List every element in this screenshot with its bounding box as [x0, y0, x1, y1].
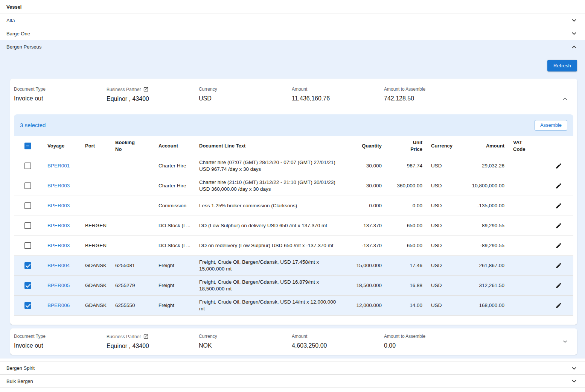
accordion-alta[interactable]: Alta: [0, 14, 585, 27]
edit-icon: [555, 222, 562, 229]
unit-price-cell: 16.88: [385, 282, 425, 289]
voyage-link[interactable]: BPER003: [47, 203, 70, 208]
col-header-document-line-text: Document Line Text: [193, 143, 343, 149]
accordion-bergen-spirit[interactable]: Bergen Spirit: [0, 362, 585, 375]
panel-toolbar: Refresh: [0, 53, 585, 71]
edit-icon: [555, 163, 562, 169]
currency-cell: USD: [425, 163, 463, 169]
business-partner-value: Equinor , 43400: [107, 343, 199, 349]
chevron-down-icon: [570, 377, 578, 385]
chevron-down-icon: [570, 16, 578, 24]
invoice-card-usd: Document Type Invoice out Business Partn…: [10, 79, 577, 325]
voyage-link[interactable]: BPER003: [47, 243, 70, 248]
open-in-new-icon[interactable]: [143, 87, 149, 92]
col-header-port: Port: [79, 143, 110, 149]
quantity-cell: -137.370: [343, 242, 385, 249]
voyage-link[interactable]: BPER003: [47, 183, 70, 188]
quantity-cell: 18,500.000: [343, 282, 385, 289]
account-cell: Freight: [153, 302, 193, 309]
account-cell: DO Stock (L...: [153, 222, 193, 229]
row-checkbox[interactable]: [24, 282, 31, 289]
accordion-barge-one[interactable]: Barge One: [0, 27, 585, 40]
table-row: BPER003 Commission Less 1.25% broker com…: [14, 196, 573, 216]
edit-button[interactable]: [552, 219, 565, 232]
unit-price-cell: 967.74: [385, 163, 425, 169]
accordion-alta-label: Alta: [6, 18, 15, 23]
row-checkbox[interactable]: [24, 182, 31, 189]
table-row: BPER003 BERGEN DO Stock (L... DO on rede…: [14, 236, 573, 256]
edit-icon: [555, 282, 562, 289]
col-header-account: Account: [153, 143, 193, 149]
booking-no-cell: 6255081: [110, 262, 153, 269]
edit-button[interactable]: [552, 279, 565, 292]
row-checkbox[interactable]: [24, 163, 31, 169]
currency-cell: USD: [425, 262, 463, 269]
page-title-bar: Vessel: [0, 0, 585, 14]
currency-cell: USD: [425, 182, 463, 189]
edit-button[interactable]: [552, 259, 565, 272]
table-row: BPER004 GDANSK 6255081 Freight Freight, …: [14, 256, 573, 276]
account-cell: Charter Hire: [153, 163, 193, 169]
field-amount-to-assemble: Amount to Assemble 742,128.50: [384, 87, 555, 102]
document-line-text-cell: Less 1.25% broker commission (Clarksons): [193, 202, 343, 209]
collapse-card-button[interactable]: [559, 93, 571, 105]
unit-price-cell: 0.00: [385, 202, 425, 209]
accordion-bergen-spirit-label: Bergen Spirit: [6, 365, 35, 371]
quantity-cell: 30.000: [343, 182, 385, 189]
row-checkbox[interactable]: [24, 302, 31, 309]
col-header-voyage: Voyage: [42, 143, 79, 149]
voyage-link[interactable]: BPER006: [47, 302, 70, 308]
table-row: BPER003 Charter Hire Charter hire (21:10…: [14, 176, 573, 196]
edit-button[interactable]: [552, 179, 565, 193]
field-amount: Amount 4,603,250.00: [292, 334, 384, 349]
currency-cell: USD: [425, 222, 463, 229]
amount-label: Amount: [292, 334, 384, 339]
account-cell: Charter Hire: [153, 182, 193, 189]
amount-cell: 89,290.55: [463, 222, 507, 229]
unit-price-cell: 650.00: [385, 222, 425, 229]
field-amount: Amount 11,436,160.76: [292, 87, 384, 102]
field-document-type: Document Type Invoice out: [14, 334, 107, 349]
accordion-bergen-perseus[interactable]: Bergen Perseus: [0, 40, 585, 53]
edit-button[interactable]: [552, 239, 565, 252]
amount-cell: 312,261.50: [463, 282, 507, 289]
document-type-label: Document Type: [14, 334, 107, 339]
accordion-bergen-perseus-label: Bergen Perseus: [6, 44, 41, 50]
col-header-amount: Amount: [463, 143, 507, 149]
edit-button[interactable]: [552, 299, 565, 312]
document-line-text-cell: DO on redelivery (Low Sulphur) USD 650 /…: [193, 242, 343, 249]
voyage-link[interactable]: BPER001: [47, 163, 70, 169]
col-header-booking-no: Booking No: [110, 139, 153, 153]
voyage-link[interactable]: BPER005: [47, 283, 70, 288]
unit-price-cell: 650.00: [385, 242, 425, 249]
chevron-down-icon: [561, 338, 569, 345]
col-header-currency: Currency: [425, 143, 463, 149]
edit-button[interactable]: [552, 199, 565, 213]
accordion-bulk-bergen[interactable]: Bulk Bergen: [0, 375, 585, 388]
business-partner-label-text: Business Partner: [107, 87, 141, 92]
row-checkbox[interactable]: [24, 202, 31, 209]
document-type-value: Invoice out: [14, 342, 107, 349]
quantity-cell: 12,000.000: [343, 302, 385, 309]
row-checkbox[interactable]: [24, 242, 31, 249]
table-header-row: Voyage Port Booking No Account Document …: [14, 136, 573, 156]
select-all-checkbox[interactable]: [24, 143, 31, 149]
row-checkbox[interactable]: [24, 222, 31, 229]
chevron-down-icon: [570, 364, 578, 372]
edit-button[interactable]: [552, 159, 565, 173]
expand-card-button[interactable]: [559, 336, 571, 348]
refresh-button[interactable]: Refresh: [547, 60, 577, 71]
amount-value: 4,603,250.00: [292, 342, 384, 349]
document-line-text-cell: Charter hire (07:07 (GMT) 28/12/20 - 07:…: [193, 159, 343, 173]
account-cell: Freight: [153, 262, 193, 269]
unit-price-cell: 14.00: [385, 302, 425, 309]
field-document-type: Document Type Invoice out: [14, 87, 107, 102]
table-row: BPER001 Charter Hire Charter hire (07:07…: [14, 156, 573, 176]
row-checkbox[interactable]: [24, 262, 31, 269]
open-in-new-icon[interactable]: [143, 334, 149, 339]
assemble-button[interactable]: Assemble: [535, 120, 567, 131]
voyage-link[interactable]: BPER003: [47, 223, 70, 228]
edit-icon: [555, 182, 562, 189]
document-type-label: Document Type: [14, 87, 107, 92]
voyage-link[interactable]: BPER004: [47, 263, 70, 268]
